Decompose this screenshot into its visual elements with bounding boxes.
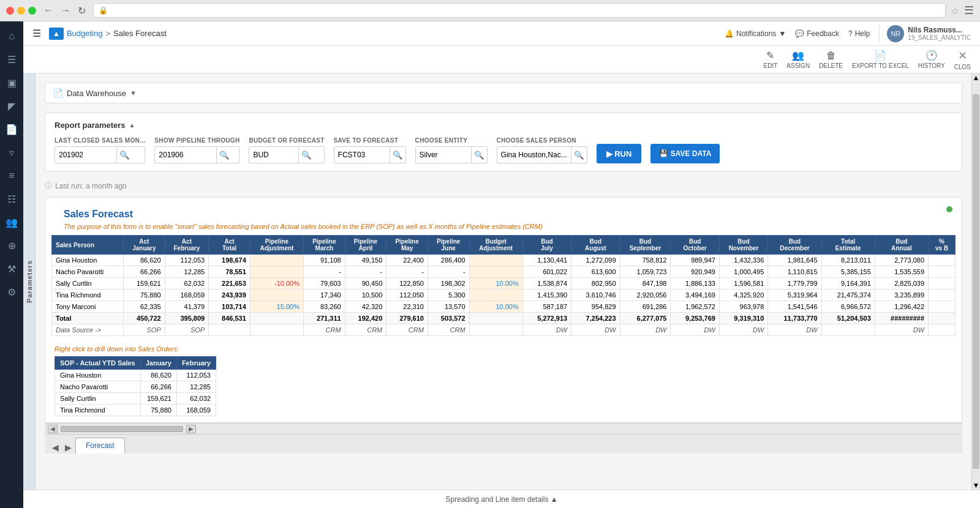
user-info[interactable]: NR Nils Rasmuss... 19_SALES_ANALYTIC bbox=[879, 25, 971, 42]
show-pipeline-input[interactable]: 201906 bbox=[155, 151, 216, 159]
td-bud-adj: 10.00% bbox=[469, 301, 522, 313]
td-bud-jul: 587,187 bbox=[522, 301, 571, 313]
td-pct bbox=[929, 266, 956, 278]
breadcrumb-separator: > bbox=[105, 29, 110, 38]
user-role: 19_SALES_ANALYTIC bbox=[908, 34, 971, 41]
save-forecast-search-btn[interactable]: 🔍 bbox=[390, 146, 405, 163]
notifications-button[interactable]: 🔔 Notifications ▼ bbox=[725, 29, 786, 38]
td-total-bud-aug: 7,254,223 bbox=[571, 313, 620, 324]
sop-td-jan: 75,880 bbox=[140, 405, 176, 416]
horizontal-scrollbar[interactable]: ◀ ▶ bbox=[45, 423, 962, 434]
sidebar-filter-icon[interactable]: ▿ bbox=[0, 141, 23, 164]
scroll-down-button[interactable]: ▼ bbox=[972, 481, 980, 490]
show-pipeline-param: SHOW PIPELINE THROUGH 201906 🔍 bbox=[154, 137, 239, 163]
address-bar[interactable]: 🔒 bbox=[93, 3, 946, 18]
td-act-total: 78,551 bbox=[209, 266, 251, 278]
forecast-table-wrapper: Sales Person ActJanuary ActFebruary ActT… bbox=[45, 235, 962, 339]
breadcrumb-parent[interactable]: Budgeting bbox=[67, 29, 103, 38]
sop-td-jan: 66,266 bbox=[140, 381, 176, 393]
maximize-window-btn[interactable] bbox=[28, 7, 36, 15]
refresh-button[interactable]: ↻ bbox=[75, 4, 88, 18]
td-pipeline-apr: 90,450 bbox=[345, 278, 386, 289]
budget-forecast-search-btn[interactable]: 🔍 bbox=[298, 146, 314, 163]
help-button[interactable]: ? Help bbox=[848, 29, 870, 38]
td-pipeline-mar: 79,603 bbox=[304, 278, 345, 289]
td-bud-annual: 3,235,899 bbox=[875, 289, 928, 301]
delete-toolbar-item[interactable]: 🗑 DELETE bbox=[819, 50, 843, 69]
main-content: ☰ ▲ Budgeting > Sales Forecast 🔔 Notific… bbox=[23, 21, 980, 508]
save-forecast-input[interactable]: FCST03 bbox=[334, 151, 390, 159]
window-controls bbox=[6, 7, 36, 15]
sidebar-grid-icon[interactable]: ⊕ bbox=[0, 234, 23, 257]
td-pipeline-mar: 91,108 bbox=[304, 255, 345, 266]
hamburger-nav-icon[interactable]: ☰ bbox=[32, 28, 41, 39]
scroll-thumb[interactable] bbox=[61, 426, 183, 432]
vertical-scrollbar[interactable]: ▲ ▼ bbox=[971, 73, 980, 490]
sidebar-document-icon[interactable]: 📄 bbox=[0, 118, 23, 141]
logo-icon: ▲ bbox=[49, 28, 64, 40]
choose-entity-search-btn[interactable]: 🔍 bbox=[471, 146, 487, 163]
td-pipeline-adj bbox=[250, 266, 303, 278]
edit-toolbar-item[interactable]: ✎ EDIT bbox=[764, 50, 778, 69]
td-pct bbox=[929, 278, 956, 289]
td-bud-adj bbox=[469, 266, 522, 278]
assign-toolbar-item[interactable]: 👥 ASSIGN bbox=[786, 50, 810, 69]
sidebar-nav-icon[interactable]: ▣ bbox=[0, 71, 23, 94]
scroll-right-button[interactable]: ▶ bbox=[186, 425, 196, 433]
sop-col-header-name: SOP - Actual YTD Sales bbox=[55, 357, 141, 370]
save-data-button[interactable]: 💾 SAVE DATA bbox=[650, 144, 720, 163]
history-toolbar-item[interactable]: 🕐 HISTORY bbox=[918, 50, 945, 69]
sop-table-row: Tina Richmond 75,880 168,059 bbox=[55, 405, 216, 416]
sidebar-menu-icon[interactable]: ☰ bbox=[0, 48, 23, 71]
choose-salesperson-param: CHOOSE SALES PERSON Gina Houston,Nac... … bbox=[497, 137, 587, 163]
sidebar-dashboard-icon[interactable]: ◤ bbox=[0, 94, 23, 118]
sidebar-tools-icon[interactable]: ⚒ bbox=[0, 257, 23, 280]
budget-forecast-input[interactable]: BUD bbox=[249, 151, 298, 159]
col-header-bud-dec: BudDecember bbox=[768, 236, 821, 255]
td-total-pipeline-jun: 503,572 bbox=[428, 313, 469, 324]
bottom-details-bar[interactable]: Spreading and Line item details ▲ bbox=[23, 490, 980, 508]
show-pipeline-search-btn[interactable]: 🔍 bbox=[216, 146, 232, 163]
tab-forecast[interactable]: Forecast bbox=[75, 438, 125, 454]
run-button[interactable]: ▶ RUN bbox=[597, 144, 642, 163]
close-label: CLOS bbox=[954, 64, 971, 70]
tab-next-button[interactable]: ▶ bbox=[62, 441, 74, 454]
feedback-button[interactable]: 💬 Feedback bbox=[795, 29, 839, 38]
sop-td-feb: 12,285 bbox=[176, 381, 216, 393]
td-total-pipeline-adj bbox=[250, 313, 303, 324]
scroll-thumb-vertical[interactable] bbox=[973, 94, 979, 469]
sidebar-list-icon[interactable]: ≡ bbox=[0, 164, 23, 187]
sidebar-settings-icon[interactable]: ⚙ bbox=[0, 280, 23, 304]
choose-salesperson-input[interactable]: Gina Houston,Nac... bbox=[497, 151, 571, 159]
td-bud-oct: 1,962,572 bbox=[671, 301, 719, 313]
td-bud-adj: 10.00% bbox=[469, 278, 522, 289]
sidebar-calc-icon[interactable]: ☷ bbox=[0, 187, 23, 211]
export-icon: 📄 bbox=[874, 50, 886, 61]
td-act-jan: 75,880 bbox=[124, 289, 165, 301]
parameters-panel-tab[interactable]: Parameters bbox=[23, 73, 36, 490]
scroll-up-button[interactable]: ▲ bbox=[972, 73, 980, 82]
td-bud-aug: 613,600 bbox=[571, 266, 620, 278]
last-closed-input[interactable]: 201902 bbox=[55, 151, 116, 159]
scroll-left-button[interactable]: ◀ bbox=[48, 425, 58, 433]
tab-prev-button[interactable]: ◀ bbox=[50, 441, 61, 454]
td-total-act-total: 846,531 bbox=[209, 313, 251, 324]
minimize-window-btn[interactable] bbox=[17, 7, 25, 15]
star-icon[interactable]: ☆ bbox=[951, 5, 959, 17]
last-closed-search-btn[interactable]: 🔍 bbox=[116, 146, 132, 163]
sidebar-people-icon[interactable]: 👥 bbox=[0, 211, 23, 234]
browser-menu-button[interactable]: ☰ bbox=[964, 4, 974, 17]
close-window-btn[interactable] bbox=[6, 7, 14, 15]
data-warehouse-bar[interactable]: 📄 Data Warehouse ▼ bbox=[45, 83, 962, 103]
choose-entity-input[interactable]: Silver bbox=[416, 151, 471, 159]
params-header[interactable]: Report parameters ▲ bbox=[55, 121, 952, 130]
sidebar-home-icon[interactable]: ⌂ bbox=[0, 24, 23, 48]
forward-button[interactable]: → bbox=[58, 4, 73, 17]
td-src-bud-nov: DW bbox=[719, 324, 767, 336]
content-area: Parameters 📄 Data Warehouse ▼ Report par… bbox=[23, 73, 980, 490]
export-toolbar-item[interactable]: 📄 EXPORT TO EXCEL bbox=[852, 50, 909, 69]
close-toolbar-item[interactable]: ✕ CLOS bbox=[954, 49, 971, 70]
choose-salesperson-search-btn[interactable]: 🔍 bbox=[571, 146, 587, 163]
back-button[interactable]: ← bbox=[41, 4, 56, 17]
bell-icon: 🔔 bbox=[725, 29, 734, 38]
